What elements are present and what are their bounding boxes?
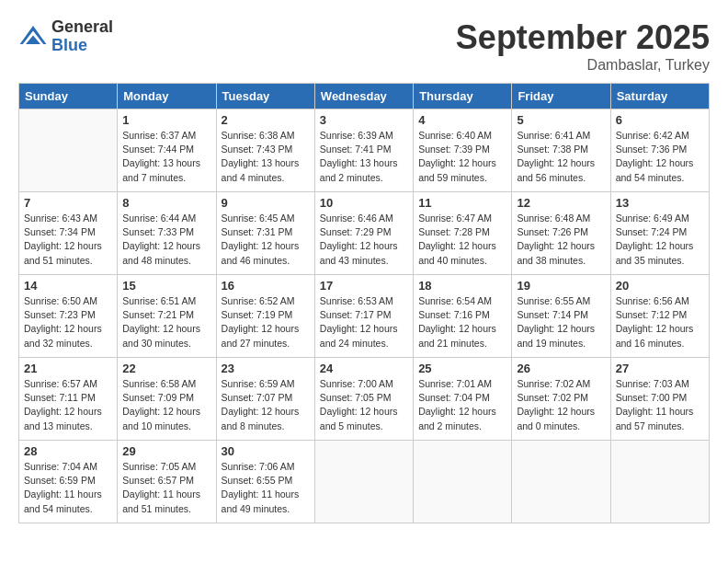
- sunset-label: Sunset: 7:16 PM: [418, 309, 490, 320]
- daylight-label: Daylight: 11 hours and 54 minutes.: [24, 488, 102, 513]
- day-info: Sunrise: 6:43 AM Sunset: 7:34 PM Dayligh…: [24, 212, 112, 268]
- daylight-label: Daylight: 12 hours and 38 minutes.: [517, 240, 595, 265]
- sunrise-label: Sunrise: 6:41 AM: [517, 130, 590, 141]
- day-number: 22: [122, 362, 210, 375]
- sunset-label: Sunset: 7:14 PM: [517, 309, 588, 320]
- sunset-label: Sunset: 7:04 PM: [418, 392, 490, 403]
- table-row: 30 Sunrise: 7:06 AM Sunset: 6:55 PM Dayl…: [216, 441, 314, 523]
- sunset-label: Sunset: 7:31 PM: [222, 226, 293, 237]
- daylight-label: Daylight: 12 hours and 30 minutes.: [122, 323, 200, 348]
- sunrise-label: Sunrise: 6:58 AM: [122, 378, 196, 389]
- day-number: 10: [320, 196, 408, 210]
- day-number: 19: [517, 279, 605, 293]
- sunset-label: Sunset: 7:41 PM: [320, 144, 392, 155]
- daylight-label: Daylight: 12 hours and 51 minutes.: [24, 240, 102, 265]
- daylight-label: Daylight: 12 hours and 59 minutes.: [418, 157, 496, 182]
- daylight-label: Daylight: 12 hours and 13 minutes.: [24, 406, 102, 431]
- day-number: 12: [517, 196, 605, 210]
- sunrise-label: Sunrise: 7:00 AM: [320, 378, 393, 389]
- table-row: 23 Sunrise: 6:59 AM Sunset: 7:07 PM Dayl…: [216, 358, 314, 441]
- sunrise-label: Sunrise: 7:05 AM: [122, 461, 196, 472]
- day-info: Sunrise: 7:00 AM Sunset: 7:05 PM Dayligh…: [320, 377, 408, 433]
- month-title: September 2025: [456, 18, 710, 57]
- sunset-label: Sunset: 7:38 PM: [517, 144, 588, 155]
- table-row: 5 Sunrise: 6:41 AM Sunset: 7:38 PM Dayli…: [512, 109, 610, 192]
- table-row: 9 Sunrise: 6:45 AM Sunset: 7:31 PM Dayli…: [216, 192, 314, 275]
- table-row: 8 Sunrise: 6:44 AM Sunset: 7:33 PM Dayli…: [118, 192, 216, 275]
- day-info: Sunrise: 6:37 AM Sunset: 7:44 PM Dayligh…: [122, 129, 210, 185]
- calendar-table: Sunday Monday Tuesday Wednesday Thursday…: [18, 83, 710, 523]
- day-info: Sunrise: 6:59 AM Sunset: 7:07 PM Dayligh…: [222, 377, 310, 433]
- sunrise-label: Sunrise: 6:43 AM: [24, 213, 97, 224]
- daylight-label: Daylight: 12 hours and 46 minutes.: [222, 240, 300, 265]
- daylight-label: Daylight: 13 hours and 4 minutes.: [222, 157, 300, 182]
- day-info: Sunrise: 6:41 AM Sunset: 7:38 PM Dayligh…: [517, 129, 605, 185]
- col-tuesday: Tuesday: [216, 84, 314, 109]
- day-info: Sunrise: 6:46 AM Sunset: 7:29 PM Dayligh…: [320, 212, 408, 268]
- col-monday: Monday: [118, 84, 216, 109]
- day-number: 7: [24, 196, 112, 210]
- table-row: 19 Sunrise: 6:55 AM Sunset: 7:14 PM Dayl…: [512, 275, 610, 358]
- day-info: Sunrise: 6:52 AM Sunset: 7:19 PM Dayligh…: [222, 294, 310, 350]
- daylight-label: Daylight: 11 hours and 51 minutes.: [122, 488, 200, 513]
- logo-text: General Blue: [51, 18, 113, 55]
- day-info: Sunrise: 6:40 AM Sunset: 7:39 PM Dayligh…: [418, 129, 506, 185]
- col-friday: Friday: [512, 84, 610, 109]
- sunrise-label: Sunrise: 7:03 AM: [616, 378, 689, 389]
- day-info: Sunrise: 6:44 AM Sunset: 7:33 PM Dayligh…: [122, 212, 210, 268]
- day-info: Sunrise: 6:57 AM Sunset: 7:11 PM Dayligh…: [24, 377, 112, 433]
- day-number: 13: [616, 196, 704, 210]
- sunset-label: Sunset: 7:24 PM: [616, 226, 688, 237]
- day-number: 3: [320, 113, 408, 127]
- sunset-label: Sunset: 7:44 PM: [122, 144, 194, 155]
- logo-icon: [18, 22, 48, 52]
- day-number: 14: [24, 279, 112, 293]
- day-number: 28: [24, 444, 112, 458]
- logo: General Blue: [18, 18, 113, 55]
- calendar-week-row: 28 Sunrise: 7:04 AM Sunset: 6:59 PM Dayl…: [19, 441, 710, 523]
- day-number: 20: [616, 279, 704, 293]
- day-number: 6: [616, 113, 704, 127]
- day-number: 27: [616, 362, 704, 375]
- table-row: 20 Sunrise: 6:56 AM Sunset: 7:12 PM Dayl…: [610, 275, 709, 358]
- table-row: 15 Sunrise: 6:51 AM Sunset: 7:21 PM Dayl…: [118, 275, 216, 358]
- sunrise-label: Sunrise: 6:49 AM: [616, 213, 689, 224]
- day-info: Sunrise: 6:58 AM Sunset: 7:09 PM Dayligh…: [122, 377, 210, 433]
- table-row: 14 Sunrise: 6:50 AM Sunset: 7:23 PM Dayl…: [19, 275, 118, 358]
- sunset-label: Sunset: 7:02 PM: [517, 392, 588, 403]
- sunrise-label: Sunrise: 6:39 AM: [320, 130, 393, 141]
- day-info: Sunrise: 6:38 AM Sunset: 7:43 PM Dayligh…: [222, 129, 310, 185]
- sunset-label: Sunset: 7:29 PM: [320, 226, 392, 237]
- sunset-label: Sunset: 7:43 PM: [222, 144, 293, 155]
- table-row: 16 Sunrise: 6:52 AM Sunset: 7:19 PM Dayl…: [216, 275, 314, 358]
- day-number: 25: [418, 362, 506, 375]
- sunset-label: Sunset: 7:19 PM: [222, 309, 293, 320]
- day-number: 29: [122, 444, 210, 458]
- sunrise-label: Sunrise: 6:50 AM: [24, 295, 97, 306]
- sunset-label: Sunset: 7:34 PM: [24, 226, 96, 237]
- sunset-label: Sunset: 7:12 PM: [616, 309, 688, 320]
- page-header: General Blue September 2025 Dambaslar, T…: [18, 18, 710, 74]
- table-row: [314, 441, 413, 523]
- col-saturday: Saturday: [610, 84, 709, 109]
- day-info: Sunrise: 6:49 AM Sunset: 7:24 PM Dayligh…: [616, 212, 704, 268]
- daylight-label: Daylight: 12 hours and 5 minutes.: [320, 406, 398, 431]
- table-row: 11 Sunrise: 6:47 AM Sunset: 7:28 PM Dayl…: [414, 192, 512, 275]
- logo-blue: Blue: [51, 37, 113, 55]
- sunrise-label: Sunrise: 6:55 AM: [517, 295, 590, 306]
- table-row: 2 Sunrise: 6:38 AM Sunset: 7:43 PM Dayli…: [216, 109, 314, 192]
- col-thursday: Thursday: [414, 84, 512, 109]
- sunset-label: Sunset: 7:11 PM: [24, 392, 96, 403]
- daylight-label: Daylight: 12 hours and 19 minutes.: [517, 323, 595, 348]
- day-info: Sunrise: 7:02 AM Sunset: 7:02 PM Dayligh…: [517, 377, 605, 433]
- logo-general: General: [51, 18, 113, 37]
- day-number: 18: [418, 279, 506, 293]
- day-info: Sunrise: 7:06 AM Sunset: 6:55 PM Dayligh…: [222, 460, 310, 516]
- daylight-label: Daylight: 12 hours and 24 minutes.: [320, 323, 398, 348]
- calendar-week-row: 7 Sunrise: 6:43 AM Sunset: 7:34 PM Dayli…: [19, 192, 710, 275]
- sunset-label: Sunset: 7:09 PM: [122, 392, 194, 403]
- sunset-label: Sunset: 6:59 PM: [24, 475, 96, 486]
- calendar-week-row: 21 Sunrise: 6:57 AM Sunset: 7:11 PM Dayl…: [19, 358, 710, 441]
- table-row: 29 Sunrise: 7:05 AM Sunset: 6:57 PM Dayl…: [118, 441, 216, 523]
- daylight-label: Daylight: 12 hours and 48 minutes.: [122, 240, 200, 265]
